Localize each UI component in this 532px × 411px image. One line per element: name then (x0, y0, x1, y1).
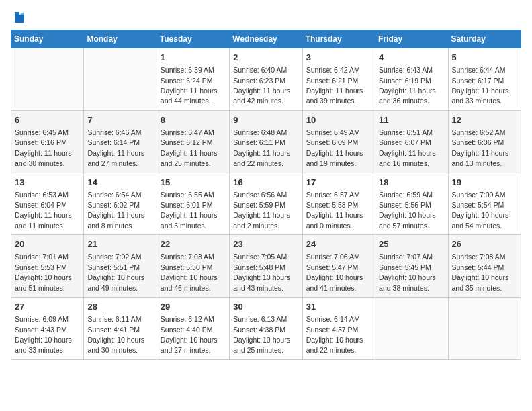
weekday-header-thursday: Thursday (302, 30, 375, 48)
weekday-header-friday: Friday (375, 30, 448, 48)
calendar-day-cell: 4Sunrise: 6:43 AM Sunset: 6:19 PM Daylig… (375, 48, 448, 111)
day-number: 1 (161, 52, 226, 64)
day-detail: Sunrise: 6:45 AM Sunset: 6:16 PM Dayligh… (15, 128, 72, 167)
day-number: 26 (452, 238, 517, 250)
calendar-day-cell: 20Sunrise: 7:01 AM Sunset: 5:53 PM Dayli… (11, 235, 84, 298)
day-detail: Sunrise: 6:57 AM Sunset: 5:58 PM Dayligh… (306, 191, 363, 230)
day-number: 18 (379, 177, 444, 189)
weekday-header-monday: Monday (84, 30, 157, 48)
day-detail: Sunrise: 6:11 AM Sunset: 4:41 PM Dayligh… (87, 315, 144, 354)
day-detail: Sunrise: 6:59 AM Sunset: 5:56 PM Dayligh… (379, 191, 436, 230)
day-detail: Sunrise: 6:44 AM Sunset: 6:17 PM Dayligh… (452, 66, 509, 105)
weekday-header-row: SundayMondayTuesdayWednesdayThursdayFrid… (11, 30, 521, 48)
day-detail: Sunrise: 6:52 AM Sunset: 6:06 PM Dayligh… (452, 128, 509, 167)
day-detail: Sunrise: 6:42 AM Sunset: 6:21 PM Dayligh… (306, 66, 363, 105)
calendar-week-row: 27Sunrise: 6:09 AM Sunset: 4:43 PM Dayli… (11, 298, 521, 360)
day-detail: Sunrise: 7:02 AM Sunset: 5:51 PM Dayligh… (87, 253, 144, 291)
day-detail: Sunrise: 6:49 AM Sunset: 6:09 PM Dayligh… (306, 128, 363, 167)
calendar-day-cell: 28Sunrise: 6:11 AM Sunset: 4:41 PM Dayli… (84, 298, 157, 360)
day-number: 12 (452, 114, 517, 126)
calendar-day-cell: 2Sunrise: 6:40 AM Sunset: 6:23 PM Daylig… (230, 48, 302, 111)
calendar-day-cell: 8Sunrise: 6:47 AM Sunset: 6:12 PM Daylig… (157, 110, 229, 173)
day-number: 22 (161, 238, 226, 250)
calendar-day-cell: 12Sunrise: 6:52 AM Sunset: 6:06 PM Dayli… (448, 110, 521, 173)
day-number: 23 (233, 238, 298, 250)
calendar-day-cell: 1Sunrise: 6:39 AM Sunset: 6:24 PM Daylig… (157, 48, 229, 111)
weekday-header-sunday: Sunday (11, 30, 84, 48)
calendar-day-cell: 9Sunrise: 6:48 AM Sunset: 6:11 PM Daylig… (230, 110, 302, 173)
day-detail: Sunrise: 6:47 AM Sunset: 6:12 PM Dayligh… (161, 128, 218, 167)
day-number: 14 (87, 177, 152, 189)
calendar-day-cell: 24Sunrise: 7:06 AM Sunset: 5:47 PM Dayli… (302, 235, 375, 298)
calendar-day-cell (11, 48, 84, 111)
day-detail: Sunrise: 7:07 AM Sunset: 5:45 PM Dayligh… (379, 253, 436, 291)
day-detail: Sunrise: 6:46 AM Sunset: 6:14 PM Dayligh… (87, 128, 144, 167)
day-number: 29 (161, 301, 226, 313)
day-detail: Sunrise: 6:13 AM Sunset: 4:38 PM Dayligh… (233, 315, 290, 354)
calendar-day-cell (375, 298, 448, 360)
day-number: 9 (233, 114, 298, 126)
day-detail: Sunrise: 6:09 AM Sunset: 4:43 PM Dayligh… (15, 315, 72, 354)
svg-marker-1 (19, 12, 24, 15)
day-detail: Sunrise: 7:08 AM Sunset: 5:44 PM Dayligh… (452, 253, 509, 291)
logo (11, 11, 27, 21)
calendar-day-cell: 26Sunrise: 7:08 AM Sunset: 5:44 PM Dayli… (448, 235, 521, 298)
page-header (11, 11, 521, 21)
day-detail: Sunrise: 6:12 AM Sunset: 4:40 PM Dayligh… (161, 315, 218, 354)
day-number: 6 (15, 114, 80, 126)
day-detail: Sunrise: 6:48 AM Sunset: 6:11 PM Dayligh… (233, 128, 290, 167)
calendar-day-cell: 17Sunrise: 6:57 AM Sunset: 5:58 PM Dayli… (302, 173, 375, 235)
calendar-day-cell: 6Sunrise: 6:45 AM Sunset: 6:16 PM Daylig… (11, 110, 84, 173)
calendar-day-cell: 16Sunrise: 6:56 AM Sunset: 5:59 PM Dayli… (230, 173, 302, 235)
calendar-day-cell: 18Sunrise: 6:59 AM Sunset: 5:56 PM Dayli… (375, 173, 448, 235)
day-detail: Sunrise: 7:00 AM Sunset: 5:54 PM Dayligh… (452, 191, 509, 230)
day-detail: Sunrise: 7:03 AM Sunset: 5:50 PM Dayligh… (161, 253, 218, 291)
day-detail: Sunrise: 6:54 AM Sunset: 6:02 PM Dayligh… (87, 191, 144, 230)
weekday-header-wednesday: Wednesday (230, 30, 302, 48)
calendar-day-cell: 23Sunrise: 7:05 AM Sunset: 5:48 PM Dayli… (230, 235, 302, 298)
day-number: 27 (15, 301, 80, 313)
day-number: 2 (233, 52, 298, 64)
day-number: 20 (15, 238, 80, 250)
day-detail: Sunrise: 7:06 AM Sunset: 5:47 PM Dayligh… (306, 253, 363, 291)
calendar-day-cell: 10Sunrise: 6:49 AM Sunset: 6:09 PM Dayli… (302, 110, 375, 173)
calendar-week-row: 6Sunrise: 6:45 AM Sunset: 6:16 PM Daylig… (11, 110, 521, 173)
day-number: 25 (379, 238, 444, 250)
day-number: 28 (87, 301, 152, 313)
calendar-day-cell: 22Sunrise: 7:03 AM Sunset: 5:50 PM Dayli… (157, 235, 229, 298)
calendar-week-row: 13Sunrise: 6:53 AM Sunset: 6:04 PM Dayli… (11, 173, 521, 235)
day-detail: Sunrise: 6:51 AM Sunset: 6:07 PM Dayligh… (379, 128, 436, 167)
day-detail: Sunrise: 6:39 AM Sunset: 6:24 PM Dayligh… (161, 66, 218, 105)
calendar-day-cell: 30Sunrise: 6:13 AM Sunset: 4:38 PM Dayli… (230, 298, 302, 360)
day-detail: Sunrise: 6:43 AM Sunset: 6:19 PM Dayligh… (379, 66, 436, 105)
calendar-day-cell: 21Sunrise: 7:02 AM Sunset: 5:51 PM Dayli… (84, 235, 157, 298)
calendar-day-cell: 7Sunrise: 6:46 AM Sunset: 6:14 PM Daylig… (84, 110, 157, 173)
calendar-day-cell: 5Sunrise: 6:44 AM Sunset: 6:17 PM Daylig… (448, 48, 521, 111)
calendar-day-cell (448, 298, 521, 360)
day-detail: Sunrise: 6:55 AM Sunset: 6:01 PM Dayligh… (161, 191, 218, 230)
day-number: 21 (87, 238, 152, 250)
calendar-day-cell: 11Sunrise: 6:51 AM Sunset: 6:07 PM Dayli… (375, 110, 448, 173)
day-detail: Sunrise: 7:05 AM Sunset: 5:48 PM Dayligh… (233, 253, 290, 291)
day-number: 4 (379, 52, 444, 64)
calendar-day-cell: 14Sunrise: 6:54 AM Sunset: 6:02 PM Dayli… (84, 173, 157, 235)
day-number: 3 (306, 52, 371, 64)
day-detail: Sunrise: 6:14 AM Sunset: 4:37 PM Dayligh… (306, 315, 363, 354)
calendar-day-cell: 15Sunrise: 6:55 AM Sunset: 6:01 PM Dayli… (157, 173, 229, 235)
logo-icon (12, 11, 27, 26)
day-number: 11 (379, 114, 444, 126)
calendar-day-cell (84, 48, 157, 111)
calendar-day-cell: 19Sunrise: 7:00 AM Sunset: 5:54 PM Dayli… (448, 173, 521, 235)
calendar-day-cell: 31Sunrise: 6:14 AM Sunset: 4:37 PM Dayli… (302, 298, 375, 360)
day-number: 7 (87, 114, 152, 126)
day-number: 8 (161, 114, 226, 126)
day-number: 16 (233, 177, 298, 189)
calendar-week-row: 1Sunrise: 6:39 AM Sunset: 6:24 PM Daylig… (11, 48, 521, 111)
day-number: 5 (452, 52, 517, 64)
day-number: 30 (233, 301, 298, 313)
day-number: 15 (161, 177, 226, 189)
day-number: 24 (306, 238, 371, 250)
calendar-day-cell: 29Sunrise: 6:12 AM Sunset: 4:40 PM Dayli… (157, 298, 229, 360)
calendar-day-cell: 3Sunrise: 6:42 AM Sunset: 6:21 PM Daylig… (302, 48, 375, 111)
weekday-header-tuesday: Tuesday (157, 30, 229, 48)
